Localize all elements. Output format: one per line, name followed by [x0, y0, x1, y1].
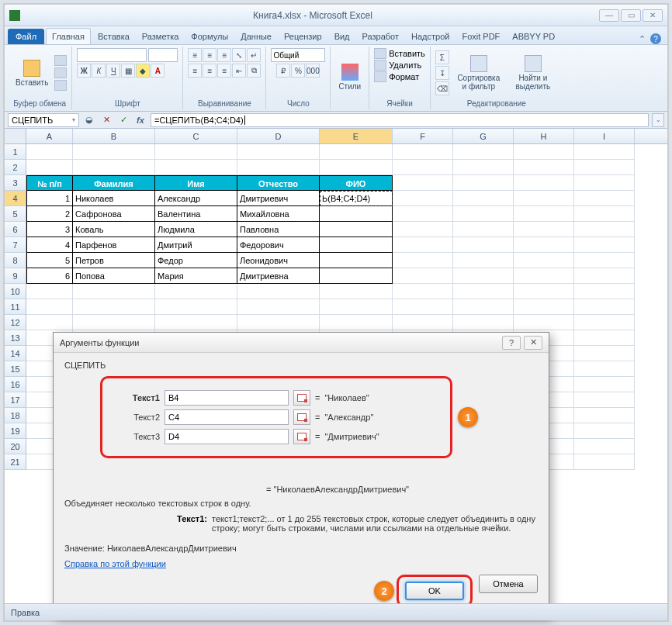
- underline-button[interactable]: Ч: [106, 64, 120, 78]
- row-header[interactable]: 1: [5, 144, 26, 160]
- cell[interactable]: [393, 253, 453, 268]
- fx-button[interactable]: fx: [133, 113, 147, 127]
- cell[interactable]: [574, 423, 635, 439]
- cell[interactable]: [393, 284, 453, 299]
- cell[interactable]: [574, 268, 635, 284]
- comma-button[interactable]: 000: [306, 64, 320, 78]
- cell[interactable]: [453, 299, 514, 315]
- cut-icon[interactable]: [54, 55, 67, 66]
- accept-formula-button[interactable]: ✓: [116, 113, 130, 127]
- cell[interactable]: [73, 315, 155, 330]
- row-header[interactable]: 19: [5, 423, 26, 439]
- tab-formulas[interactable]: Формулы: [185, 29, 234, 44]
- cell[interactable]: [514, 299, 574, 315]
- cell[interactable]: Александр: [155, 191, 237, 206]
- cell[interactable]: Михайловна: [237, 206, 320, 222]
- col-header[interactable]: H: [514, 129, 574, 143]
- format-painter-icon[interactable]: [54, 80, 67, 91]
- fill-color-button[interactable]: ◆: [136, 64, 150, 78]
- cancel-formula-button[interactable]: ✕: [99, 113, 113, 127]
- currency-button[interactable]: ₽: [276, 64, 290, 78]
- row-header[interactable]: 9: [5, 268, 26, 284]
- tab-file[interactable]: Файл: [8, 29, 44, 44]
- styles-button[interactable]: Стили: [335, 62, 364, 92]
- cell[interactable]: [574, 299, 635, 315]
- cell[interactable]: [453, 268, 514, 284]
- tab-insert[interactable]: Вставка: [92, 29, 135, 44]
- cell[interactable]: [453, 206, 514, 222]
- cell[interactable]: [237, 160, 320, 175]
- cell[interactable]: [320, 315, 393, 330]
- find-select-button[interactable]: Найти и выделить: [508, 54, 558, 92]
- cell[interactable]: 6: [26, 268, 73, 284]
- cell[interactable]: [320, 144, 393, 160]
- cell[interactable]: [155, 315, 237, 330]
- cell[interactable]: [574, 191, 635, 206]
- row-header[interactable]: 4: [5, 191, 26, 206]
- cell[interactable]: [514, 175, 574, 191]
- expand-formula-bar-button[interactable]: ⌄: [652, 113, 664, 127]
- row-header[interactable]: 5: [5, 206, 26, 222]
- row-header[interactable]: 20: [5, 439, 26, 454]
- cell[interactable]: [320, 268, 393, 284]
- tab-addins[interactable]: Надстрой: [406, 29, 455, 44]
- cell[interactable]: [320, 299, 393, 315]
- sort-filter-button[interactable]: Сортировка и фильтр: [452, 54, 505, 92]
- cell[interactable]: [237, 284, 320, 299]
- arg-input-3[interactable]: [165, 429, 289, 444]
- align-right-button[interactable]: ≡: [217, 64, 231, 78]
- cell[interactable]: [453, 253, 514, 268]
- cell[interactable]: [320, 253, 393, 268]
- cell[interactable]: [26, 160, 73, 175]
- cell[interactable]: [393, 175, 453, 191]
- cell[interactable]: Имя: [155, 175, 237, 191]
- copy-icon[interactable]: [54, 67, 67, 78]
- cell[interactable]: [320, 284, 393, 299]
- cell[interactable]: Ь(B4;C4;D4): [320, 191, 393, 206]
- cell[interactable]: [453, 175, 514, 191]
- cell[interactable]: [453, 191, 514, 206]
- indent-dec-button[interactable]: ⇤: [232, 64, 246, 78]
- cell[interactable]: Николаев: [73, 191, 155, 206]
- cell[interactable]: Дмитриевна: [237, 268, 320, 284]
- cell[interactable]: № п/п: [26, 175, 73, 191]
- cell[interactable]: [514, 160, 574, 175]
- cell[interactable]: [514, 253, 574, 268]
- row-header[interactable]: 21: [5, 454, 26, 470]
- cell[interactable]: Коваль: [73, 222, 155, 237]
- maximize-button[interactable]: ▭: [621, 9, 641, 22]
- cell[interactable]: [574, 361, 635, 377]
- dialog-help-button[interactable]: ?: [502, 336, 521, 350]
- cell[interactable]: [514, 315, 574, 330]
- cell[interactable]: [237, 315, 320, 330]
- cell[interactable]: Дмитриевич: [237, 191, 320, 206]
- col-header[interactable]: D: [237, 129, 320, 143]
- cell[interactable]: [574, 454, 635, 470]
- tab-abbyy[interactable]: ABBYY PD: [507, 29, 560, 44]
- format-cells-icon[interactable]: [374, 71, 386, 82]
- close-button[interactable]: ✕: [643, 9, 663, 22]
- row-header[interactable]: 10: [5, 284, 26, 299]
- row-header[interactable]: 18: [5, 408, 26, 423]
- cell[interactable]: 4: [26, 237, 73, 253]
- row-header[interactable]: 8: [5, 253, 26, 268]
- minimize-button[interactable]: —: [599, 9, 619, 22]
- cell[interactable]: [574, 439, 635, 454]
- cell[interactable]: [73, 284, 155, 299]
- autosum-button[interactable]: Σ: [435, 50, 449, 64]
- cell[interactable]: [453, 315, 514, 330]
- range-select-button[interactable]: [293, 409, 310, 425]
- tab-view[interactable]: Вид: [329, 29, 355, 44]
- cell[interactable]: [574, 330, 635, 346]
- functions-dropdown-icon[interactable]: ◒: [82, 113, 96, 127]
- cell[interactable]: [574, 392, 635, 408]
- cell[interactable]: [393, 315, 453, 330]
- col-header[interactable]: A: [26, 129, 73, 143]
- cell[interactable]: Людмила: [155, 222, 237, 237]
- dialog-close-button[interactable]: ✕: [524, 336, 542, 350]
- cell[interactable]: [26, 284, 73, 299]
- font-color-button[interactable]: A: [151, 64, 165, 78]
- cell[interactable]: [393, 222, 453, 237]
- range-select-button[interactable]: [293, 390, 310, 406]
- row-header[interactable]: 15: [5, 361, 26, 377]
